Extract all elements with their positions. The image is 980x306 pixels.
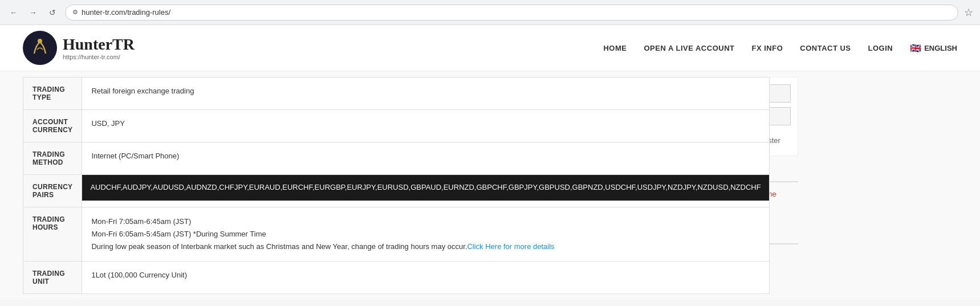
row-label-trading-unit: TRADING UNIT <box>23 262 82 294</box>
nav-menu: HOME OPEN A LIVE ACCOUNT FX INFO CONTACT… <box>603 43 957 54</box>
reload-button[interactable]: ↺ <box>46 6 59 19</box>
trading-hours-content: Mon-Fri 7:05am-6:45am (JST) Mon-Fri 6:05… <box>91 215 759 253</box>
row-value-trading-unit: 1Lot (100,000 Currency Unit) <box>82 262 769 294</box>
address-bar[interactable]: ⚙ hunter-tr.com/trading-rules/ <box>65 5 958 21</box>
nav-language[interactable]: 🇬🇧 ENGLISH <box>910 43 957 54</box>
nav-open-account[interactable]: OPEN A LIVE ACCOUNT <box>644 44 734 52</box>
logo-area: HunterTR https://hunter-tr.com/ <box>23 31 135 65</box>
nav-contact-us[interactable]: CONTACT US <box>800 44 851 52</box>
click-here-link[interactable]: Click Here for more details <box>467 242 554 251</box>
row-value-trading-method: Internet (PC/Smart Phone) <box>82 142 769 175</box>
table-row: TRADING UNIT 1Lot (100,000 Currency Unit… <box>23 262 770 294</box>
logo-text: HunterTR https://hunter-tr.com/ <box>63 35 135 60</box>
bookmark-icon[interactable]: ☆ <box>964 6 973 19</box>
row-value-trading-type: Retail foreign exchange trading <box>82 77 769 110</box>
main-content: TRADING TYPE Retail foreign exchange tra… <box>0 71 980 300</box>
back-button[interactable]: ← <box>7 6 21 19</box>
table-row: TRADING TYPE Retail foreign exchange tra… <box>23 77 770 110</box>
forward-button[interactable]: → <box>26 6 40 19</box>
page: HunterTR https://hunter-tr.com/ HOME OPE… <box>0 25 980 300</box>
logo-icon <box>23 31 57 65</box>
security-icon: ⚙ <box>72 9 78 16</box>
trading-hours-line3: During low peak season of Interbank mark… <box>91 240 759 253</box>
row-value-trading-hours: Mon-Fri 7:05am-6:45am (JST) Mon-Fri 6:05… <box>82 207 769 262</box>
row-label-currency-pairs: CURRENCY PAIRS <box>23 175 82 207</box>
logo-url: https://hunter-tr.com/ <box>63 54 135 60</box>
nav-fx-info[interactable]: FX INFO <box>751 44 783 52</box>
trading-hours-line2: Mon-Fri 6:05am-5:45am (JST) *During Summ… <box>91 228 759 240</box>
row-label-trading-hours: TRADING HOURS <box>23 207 82 262</box>
site-header: HunterTR https://hunter-tr.com/ HOME OPE… <box>0 25 980 71</box>
row-value-account-currency: USD, JPY <box>82 110 769 142</box>
row-label-account-currency: ACCOUNTCURRENCY <box>23 110 82 142</box>
table-row: CURRENCY PAIRS AUDCHF,AUDJPY,AUDUSD,AUDN… <box>23 175 770 207</box>
url-text: hunter-tr.com/trading-rules/ <box>82 8 170 17</box>
language-label: ENGLISH <box>924 44 957 52</box>
table-row: TRADING METHOD Internet (PC/Smart Phone) <box>23 142 770 175</box>
logo-name: HunterTR <box>63 35 135 54</box>
row-label-trading-method: TRADING METHOD <box>23 142 82 175</box>
row-label-trading-type: TRADING TYPE <box>23 77 82 110</box>
svg-point-1 <box>38 39 42 43</box>
flag-icon: 🇬🇧 <box>910 43 921 54</box>
table-row: TRADING HOURS Mon-Fri 7:05am-6:45am (JST… <box>23 207 770 262</box>
row-value-currency-pairs: AUDCHF,AUDJPY,AUDUSD,AUDNZD,CHFJPY,EURAU… <box>82 175 769 207</box>
trading-hours-line1: Mon-Fri 7:05am-6:45am (JST) <box>91 215 759 228</box>
nav-login[interactable]: LOGIN <box>868 44 893 52</box>
table-row: ACCOUNTCURRENCY USD, JPY <box>23 110 770 142</box>
rules-table: TRADING TYPE Retail foreign exchange tra… <box>23 77 770 294</box>
table-wrapper: TRADING TYPE Retail foreign exchange tra… <box>23 77 650 294</box>
browser-chrome: ← → ↺ ⚙ hunter-tr.com/trading-rules/ ☆ <box>0 0 980 25</box>
currency-pairs-content: AUDCHF,AUDJPY,AUDUSD,AUDNZD,CHFJPY,EURAU… <box>82 175 768 201</box>
nav-home[interactable]: HOME <box>603 44 627 52</box>
content-area: TRADING TYPE Retail foreign exchange tra… <box>23 71 650 300</box>
